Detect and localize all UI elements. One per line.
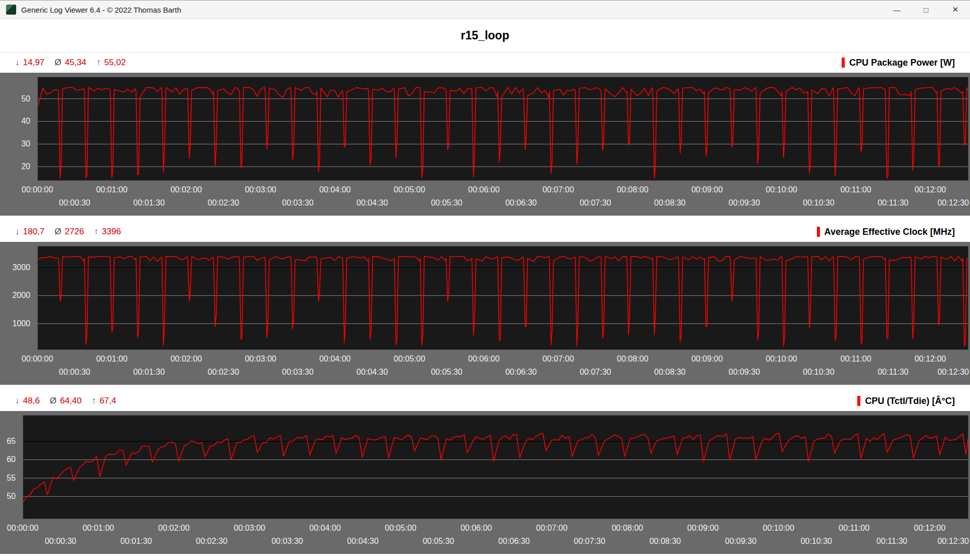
stat-avg: Ø 64,40 xyxy=(50,396,82,406)
stats-row: ↓ 48,6 Ø 64,40 ↑ 67,4 CPU (Tctl/Tdie) [Â… xyxy=(0,391,970,411)
plot-surface[interactable] xyxy=(37,246,968,350)
min-arrow-icon: ↓ xyxy=(15,58,20,68)
x-tick-label: 00:12:30 xyxy=(924,536,969,546)
max-arrow-icon: ↑ xyxy=(96,58,101,68)
page-title: r15_loop xyxy=(461,29,509,42)
x-tick-label: 00:12:00 xyxy=(907,354,953,364)
x-tick-label: 00:12:30 xyxy=(924,367,969,377)
x-tick-label: 00:05:00 xyxy=(378,523,423,533)
panel-cpu-package-power: ↓ 14,97 Ø 45,34 ↑ 55,02 CPU Package Powe… xyxy=(0,53,970,216)
min-arrow-icon: ↓ xyxy=(15,396,20,406)
x-tick-label: 00:04:00 xyxy=(312,354,358,364)
chart-svg xyxy=(23,416,968,519)
max-arrow-icon: ↑ xyxy=(91,396,96,406)
max-arrow-icon: ↑ xyxy=(94,227,99,237)
maximize-button[interactable]: □ xyxy=(911,1,941,19)
chart-legend: CPU Package Power [W] xyxy=(842,58,955,68)
stat-min: ↓ 180,7 xyxy=(15,227,44,237)
chart-title: CPU (Tctl/Tdie) [Â°C] xyxy=(865,396,955,406)
x-tick-label: 00:03:00 xyxy=(238,185,283,195)
close-button[interactable]: ✕ xyxy=(941,1,970,19)
x-tick-label: 00:11:00 xyxy=(832,523,877,533)
stat-min: ↓ 48,6 xyxy=(15,396,40,406)
x-tick-label: 00:10:00 xyxy=(756,523,801,533)
x-tick-label: 00:03:30 xyxy=(265,536,310,546)
x-tick-label: 00:03:00 xyxy=(227,523,272,533)
avg-icon: Ø xyxy=(55,58,61,68)
chart-area: 5040302000:00:0000:01:0000:02:0000:03:00… xyxy=(0,73,970,216)
chart-stats: ↓ 48,6 Ø 64,40 ↑ 67,4 xyxy=(15,396,116,406)
stat-max: ↑ 67,4 xyxy=(91,396,116,406)
x-tick-label: 00:08:00 xyxy=(610,185,655,195)
stat-avg-value: 2726 xyxy=(65,227,84,237)
x-tick-label: 00:04:30 xyxy=(350,198,395,208)
x-tick-label: 00:12:30 xyxy=(924,198,969,208)
legend-color-bar xyxy=(817,227,820,237)
chart-stats: ↓ 14,97 Ø 45,34 ↑ 55,02 xyxy=(15,58,126,68)
x-tick-label: 00:08:00 xyxy=(605,523,650,533)
x-tick-label: 00:09:00 xyxy=(685,354,730,364)
x-tick-label: 00:02:00 xyxy=(164,354,209,364)
panel-average-effective-clock: ↓ 180,7 Ø 2726 ↑ 3396 Average Effective … xyxy=(0,222,970,385)
stat-max: ↑ 3396 xyxy=(94,227,121,237)
stat-max-value: 55,02 xyxy=(104,58,126,68)
x-tick-label: 00:11:30 xyxy=(870,198,916,208)
chart-area: 6560555000:00:0000:01:0000:02:0000:03:00… xyxy=(0,411,970,554)
x-tick-label: 00:01:00 xyxy=(89,354,134,364)
y-tick-label: 3000 xyxy=(0,263,30,272)
x-tick-label: 00:00:30 xyxy=(52,367,98,377)
x-tick-label: 00:06:30 xyxy=(498,198,544,208)
chart-svg xyxy=(38,77,968,180)
x-tick-label: 00:00:00 xyxy=(15,185,60,195)
plot-surface[interactable] xyxy=(23,415,968,519)
x-tick-label: 00:05:00 xyxy=(386,354,432,364)
x-tick-label: 00:05:00 xyxy=(386,185,432,195)
x-tick-label: 00:05:30 xyxy=(416,536,461,546)
stat-max-value: 67,4 xyxy=(100,396,116,406)
x-tick-label: 00:02:30 xyxy=(201,367,246,377)
chart-svg xyxy=(38,246,968,349)
window-controls: — □ ✕ xyxy=(882,1,970,19)
x-tick-label: 00:01:30 xyxy=(126,198,172,208)
series-line xyxy=(38,87,968,178)
x-tick-label: 00:10:30 xyxy=(796,367,841,377)
x-tick-label: 00:01:30 xyxy=(113,536,159,546)
x-tick-label: 00:11:00 xyxy=(833,185,879,195)
x-tick-label: 00:07:00 xyxy=(529,523,574,533)
plot-surface[interactable] xyxy=(37,77,968,181)
x-tick-label: 00:02:30 xyxy=(201,198,246,208)
series-line xyxy=(23,433,968,502)
x-tick-label: 00:00:30 xyxy=(52,198,98,208)
x-tick-label: 00:01:00 xyxy=(76,523,121,533)
y-tick-label: 40 xyxy=(0,117,30,126)
legend-color-bar xyxy=(857,396,860,406)
app-icon[interactable] xyxy=(6,5,16,15)
x-tick-label: 00:09:00 xyxy=(680,523,725,533)
x-tick-label: 00:10:30 xyxy=(794,536,839,546)
stat-max: ↑ 55,02 xyxy=(96,58,126,68)
x-tick-label: 00:07:00 xyxy=(536,185,581,195)
x-tick-label: 00:12:00 xyxy=(907,185,953,195)
x-tick-label: 00:07:00 xyxy=(536,354,581,364)
x-tick-label: 00:06:00 xyxy=(461,185,507,195)
x-tick-label: 00:02:00 xyxy=(164,185,209,195)
minimize-button[interactable]: — xyxy=(882,1,911,19)
x-tick-label: 00:00:30 xyxy=(38,536,83,546)
x-tick-label: 00:09:30 xyxy=(721,198,767,208)
x-tick-label: 00:05:30 xyxy=(424,367,469,377)
y-tick-label: 50 xyxy=(0,492,16,501)
legend-color-bar xyxy=(842,58,845,68)
x-tick-label: 00:04:30 xyxy=(350,367,395,377)
y-tick-label: 55 xyxy=(0,474,16,483)
x-tick-label: 00:08:00 xyxy=(610,354,655,364)
x-tick-label: 00:06:00 xyxy=(461,354,507,364)
x-tick-label: 00:09:30 xyxy=(718,536,763,546)
chart-legend: CPU (Tctl/Tdie) [Â°C] xyxy=(857,396,955,406)
y-tick-label: 20 xyxy=(0,162,30,171)
x-tick-label: 00:06:30 xyxy=(498,367,544,377)
x-tick-label: 00:02:30 xyxy=(189,536,234,546)
min-arrow-icon: ↓ xyxy=(15,227,20,237)
window-title: Generic Log Viewer 6.4 - © 2022 Thomas B… xyxy=(21,6,181,14)
chart-title: Average Effective Clock [MHz] xyxy=(825,227,955,237)
x-tick-label: 00:10:00 xyxy=(759,354,804,364)
